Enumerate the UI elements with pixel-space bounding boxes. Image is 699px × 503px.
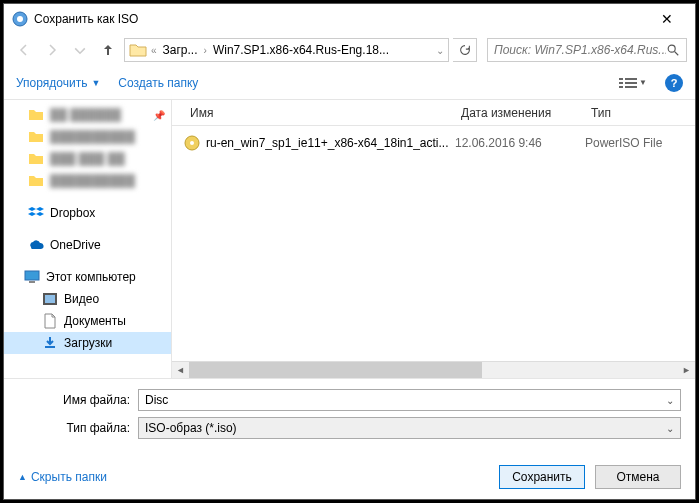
sidebar-label: ███ ███ ██ — [50, 152, 125, 166]
document-icon — [42, 313, 58, 329]
filename-label: Имя файла: — [18, 393, 138, 407]
chevron-down-icon[interactable]: ⌄ — [666, 395, 674, 406]
svg-rect-5 — [625, 78, 637, 80]
body: ██ ██████ 📌 ██████████ ███ ███ ██ ██████… — [4, 100, 695, 378]
filename-row: Имя файла: ⌄ — [18, 389, 681, 411]
chevron-down-icon[interactable]: ⌄ — [436, 45, 444, 56]
folder-icon — [28, 173, 44, 189]
col-date[interactable]: Дата изменения — [455, 106, 585, 120]
file-type: PowerISO File — [585, 136, 695, 150]
folder-icon — [28, 107, 44, 123]
filetype-row: Тип файла: ISO-образ (*.iso) ⌄ — [18, 417, 681, 439]
help-button[interactable]: ? — [665, 74, 683, 92]
file-name: ru-en_win7_sp1_ie11+_x86-x64_18in1_acti.… — [206, 136, 455, 150]
svg-line-3 — [675, 52, 679, 56]
svg-rect-6 — [619, 82, 623, 84]
sidebar-label: ██████████ — [50, 130, 135, 144]
chevron-up-icon: ▲ — [18, 472, 27, 482]
filetype-value: ISO-образ (*.iso) — [145, 421, 666, 435]
svg-rect-11 — [29, 281, 35, 283]
svg-rect-7 — [625, 82, 637, 84]
svg-rect-13 — [45, 295, 55, 303]
video-icon — [42, 291, 58, 307]
computer-icon — [24, 269, 40, 285]
forward-button[interactable] — [40, 38, 64, 62]
sidebar-item-downloads[interactable]: Загрузки — [4, 332, 171, 354]
chevron-down-icon: ▼ — [639, 78, 647, 87]
sidebar-item[interactable]: ██████████ — [4, 170, 171, 192]
save-button[interactable]: Сохранить — [499, 465, 585, 489]
new-folder-button[interactable]: Создать папку — [118, 76, 198, 90]
form-area: Имя файла: ⌄ Тип файла: ISO-образ (*.iso… — [4, 378, 695, 455]
dropbox-icon — [28, 205, 44, 221]
sidebar-item-onedrive[interactable]: OneDrive — [4, 234, 171, 256]
scroll-left-icon[interactable]: ◄ — [172, 362, 189, 379]
breadcrumb-1[interactable]: Загр... — [161, 43, 200, 57]
svg-rect-10 — [25, 271, 39, 280]
sidebar-label: ██████████ — [50, 174, 135, 188]
svg-rect-4 — [619, 78, 623, 80]
svg-point-1 — [17, 16, 23, 22]
sidebar-label: ██ ██████ — [50, 108, 121, 122]
col-name[interactable]: Имя — [184, 106, 455, 120]
close-button[interactable]: ✕ — [647, 11, 687, 27]
column-header: Имя Дата изменения Тип — [172, 100, 695, 126]
refresh-button[interactable] — [453, 38, 477, 62]
back-button[interactable] — [12, 38, 36, 62]
sidebar: ██ ██████ 📌 ██████████ ███ ███ ██ ██████… — [4, 100, 172, 378]
organize-label: Упорядочить — [16, 76, 87, 90]
sidebar-item[interactable]: ██ ██████ 📌 — [4, 104, 171, 126]
scroll-right-icon[interactable]: ► — [678, 362, 695, 379]
search-icon — [666, 43, 680, 57]
file-list: ru-en_win7_sp1_ie11+_x86-x64_18in1_acti.… — [172, 126, 695, 361]
toolbar: Упорядочить ▼ Создать папку ▼ ? — [4, 66, 695, 100]
filetype-label: Тип файла: — [18, 421, 138, 435]
filename-input[interactable] — [145, 393, 666, 407]
sidebar-item[interactable]: ███ ███ ██ — [4, 148, 171, 170]
footer: ▲ Скрыть папки Сохранить Отмена — [4, 455, 695, 499]
file-date: 12.06.2016 9:46 — [455, 136, 585, 150]
organize-menu[interactable]: Упорядочить ▼ — [16, 76, 100, 90]
chevron-right-icon: › — [204, 45, 207, 56]
filename-field[interactable]: ⌄ — [138, 389, 681, 411]
sidebar-label: Dropbox — [50, 206, 95, 220]
chevron-down-icon[interactable]: ⌄ — [666, 423, 674, 434]
sidebar-label: Документы — [64, 314, 126, 328]
sidebar-label: OneDrive — [50, 238, 101, 252]
download-icon — [42, 335, 58, 351]
window-title: Сохранить как ISO — [34, 12, 647, 26]
hide-folders-link[interactable]: ▲ Скрыть папки — [18, 470, 107, 484]
pin-icon: 📌 — [153, 110, 165, 121]
svg-rect-8 — [619, 86, 623, 88]
scroll-thumb[interactable] — [189, 362, 482, 379]
folder-icon — [129, 42, 147, 58]
app-icon — [12, 11, 28, 27]
col-type[interactable]: Тип — [585, 106, 695, 120]
breadcrumb-2[interactable]: Win7.SP1.x86-x64.Rus-Eng.18... — [211, 43, 391, 57]
file-pane: Имя Дата изменения Тип ru-en_win7_sp1_ie… — [172, 100, 695, 378]
search-input[interactable] — [494, 43, 666, 57]
cancel-button[interactable]: Отмена — [595, 465, 681, 489]
view-options[interactable]: ▼ — [619, 76, 647, 90]
sidebar-item-dropbox[interactable]: Dropbox — [4, 202, 171, 224]
folder-icon — [28, 129, 44, 145]
horizontal-scrollbar[interactable]: ◄ ► — [172, 361, 695, 378]
file-row[interactable]: ru-en_win7_sp1_ie11+_x86-x64_18in1_acti.… — [184, 132, 695, 154]
onedrive-icon — [28, 237, 44, 253]
sidebar-label: Этот компьютер — [46, 270, 136, 284]
sidebar-item-documents[interactable]: Документы — [4, 310, 171, 332]
filetype-field[interactable]: ISO-образ (*.iso) ⌄ — [138, 417, 681, 439]
recent-dropdown[interactable] — [68, 38, 92, 62]
up-button[interactable] — [96, 38, 120, 62]
sidebar-label: Загрузки — [64, 336, 112, 350]
address-bar[interactable]: « Загр... › Win7.SP1.x86-x64.Rus-Eng.18.… — [124, 38, 449, 62]
titlebar: Сохранить как ISO ✕ — [4, 4, 695, 34]
sidebar-item-thispc[interactable]: Этот компьютер — [4, 266, 171, 288]
svg-point-2 — [668, 45, 675, 52]
svg-point-15 — [190, 141, 194, 145]
search-box[interactable] — [487, 38, 687, 62]
sidebar-item[interactable]: ██████████ — [4, 126, 171, 148]
folder-icon — [28, 151, 44, 167]
sidebar-item-videos[interactable]: Видео — [4, 288, 171, 310]
chevron-icon: « — [151, 45, 157, 56]
